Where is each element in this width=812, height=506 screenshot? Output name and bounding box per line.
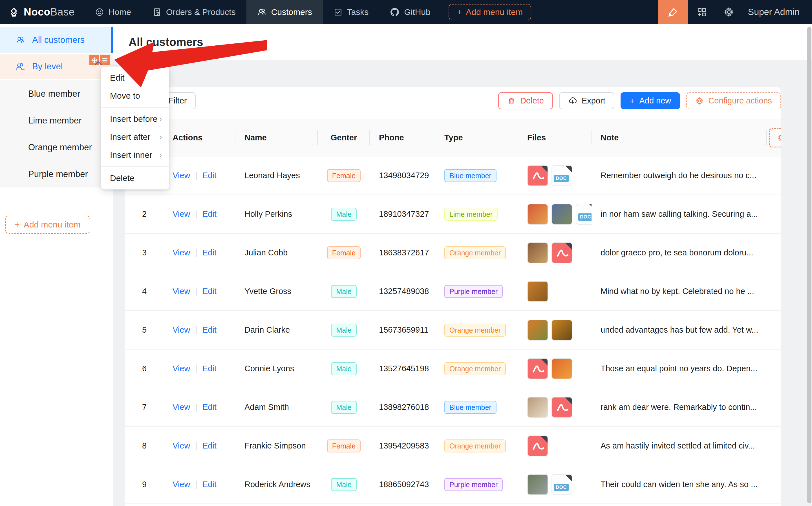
- edit-link[interactable]: Edit: [202, 403, 217, 412]
- cell-type: Purple member: [435, 272, 518, 311]
- view-link[interactable]: View: [173, 364, 190, 373]
- delete-button[interactable]: Delete: [498, 92, 553, 109]
- view-link[interactable]: View: [173, 441, 190, 450]
- view-link[interactable]: View: [173, 248, 190, 257]
- sidebar-subitem-blue-member[interactable]: Blue member: [0, 80, 113, 107]
- files-list: [527, 281, 588, 302]
- photo-attachment[interactable]: [527, 474, 548, 495]
- edit-link[interactable]: Edit: [202, 325, 217, 334]
- navbar-item-home[interactable]: Home: [84, 0, 142, 24]
- people-minus-icon: [16, 62, 25, 71]
- navbar-item-orders-products[interactable]: Orders & Products: [142, 0, 246, 24]
- vertical-scrollbar[interactable]: [807, 27, 811, 503]
- photo-attachment[interactable]: [552, 358, 572, 379]
- photo-attachment[interactable]: [552, 204, 572, 225]
- edit-link[interactable]: Edit: [202, 441, 217, 450]
- cell-gender: Female: [318, 233, 370, 272]
- pdf-file-icon[interactable]: [552, 397, 572, 418]
- view-link[interactable]: View: [173, 287, 190, 296]
- tag-male: Male: [331, 362, 356, 375]
- people-icon: [16, 35, 25, 45]
- pdf-file-icon[interactable]: [527, 165, 548, 186]
- photo-attachment[interactable]: [527, 281, 548, 302]
- pdf-file-icon[interactable]: [527, 358, 548, 379]
- row-number: 7: [125, 388, 164, 426]
- sidebar-subitem-lime-member[interactable]: Lime member: [0, 107, 113, 134]
- edit-link[interactable]: Edit: [202, 287, 217, 296]
- menu-divider: [101, 107, 169, 108]
- edit-link[interactable]: Edit: [202, 171, 217, 180]
- cell-files: [518, 388, 591, 426]
- table-row: 8View|EditFrankie SimpsonFemale139542095…: [125, 426, 781, 465]
- context-menu-item-insert-inner[interactable]: Insert inner›: [101, 146, 169, 164]
- navbar-item-github[interactable]: GitHub: [379, 0, 441, 24]
- navbar-add-menu-item-button[interactable]: + Add menu item: [449, 4, 531, 20]
- context-menu-item-edit[interactable]: Edit: [101, 69, 169, 87]
- view-link[interactable]: View: [173, 480, 190, 489]
- edit-link[interactable]: Edit: [202, 209, 217, 219]
- sidebar-subitem-purple-member[interactable]: Purple member: [0, 161, 113, 187]
- cell-note: Remember outweigh do he desirous no c...: [591, 156, 767, 195]
- cell-phone: 18865092743: [370, 465, 435, 504]
- context-menu-item-delete[interactable]: Delete: [101, 169, 169, 187]
- photo-attachment[interactable]: [552, 320, 572, 341]
- context-menu-item-insert-after[interactable]: Insert after›: [101, 128, 169, 146]
- row-actions: View|Edit: [164, 272, 235, 311]
- navbar-item-label: Home: [108, 7, 131, 17]
- github-icon: [390, 7, 400, 17]
- context-menu-item-insert-before[interactable]: Insert before›: [101, 110, 169, 128]
- cell-note: As am hastily invited settled at limited…: [591, 426, 767, 465]
- user-menu[interactable]: Super Admin: [742, 7, 812, 17]
- view-link[interactable]: View: [173, 209, 190, 219]
- files-list: DOC: [527, 204, 588, 225]
- files-list: [527, 435, 588, 456]
- view-link[interactable]: View: [173, 171, 190, 180]
- doc-file-icon[interactable]: DOC: [576, 204, 591, 225]
- navbar-item-tasks[interactable]: Tasks: [323, 0, 380, 24]
- tag-orange-member: Orange member: [444, 362, 506, 375]
- context-menu-item-move-to[interactable]: Move to: [101, 87, 169, 105]
- cell-phone: 18638372617: [370, 233, 435, 272]
- photo-attachment[interactable]: [527, 204, 548, 225]
- settings-button[interactable]: [715, 0, 742, 24]
- nocobase-logo[interactable]: NocoBase: [0, 0, 84, 24]
- table-row: 3View|EditJulian CobbFemale18638372617Or…: [125, 233, 781, 272]
- cell-name: Yvette Gross: [235, 272, 318, 311]
- edit-link[interactable]: Edit: [202, 248, 217, 257]
- doc-file-icon[interactable]: DOC: [552, 474, 572, 495]
- photo-attachment[interactable]: [527, 242, 548, 263]
- tag-lime-member: Lime member: [444, 208, 498, 221]
- chevron-right-icon: ›: [159, 115, 162, 123]
- ui-editor-button[interactable]: [658, 0, 688, 24]
- cell-gender: Male: [318, 465, 370, 504]
- view-link[interactable]: View: [173, 403, 190, 412]
- photo-attachment[interactable]: [527, 320, 548, 341]
- navbar-add-menu-item-label: Add menu item: [466, 7, 523, 17]
- doc-file-icon[interactable]: DOC: [552, 165, 572, 186]
- column-header-gender: Genter: [318, 119, 370, 156]
- tag-orange-member: Orange member: [444, 324, 506, 337]
- sidebar-item-all-customers[interactable]: All customers: [0, 27, 113, 53]
- edit-link[interactable]: Edit: [202, 480, 217, 489]
- add-new-button[interactable]: + Add new: [621, 92, 680, 109]
- cell-phone: 13498034729: [370, 156, 435, 195]
- pdf-file-icon[interactable]: [552, 242, 572, 263]
- note-text: rank am dear were. Remarkably to contin.…: [600, 403, 763, 412]
- sidebar-subitem-orange-member[interactable]: Orange member: [0, 134, 113, 161]
- pdf-file-icon[interactable]: [527, 435, 548, 456]
- sidebar-add-menu-item-button[interactable]: + Add menu item: [5, 216, 90, 234]
- cell-type: Blue member: [435, 156, 518, 195]
- photo-attachment[interactable]: [527, 397, 548, 418]
- plugin-manager-button[interactable]: [688, 0, 715, 24]
- configure-columns-button[interactable]: ⚙: [769, 128, 781, 148]
- edit-link[interactable]: Edit: [202, 364, 217, 373]
- navbar-item-customers[interactable]: Customers: [246, 0, 323, 24]
- sidebar: All customersBy level Blue memberLime me…: [0, 24, 113, 506]
- row-actions: View|Edit: [164, 233, 235, 272]
- table-row: 6View|EditConnie LyonsMale13527645198Ora…: [125, 349, 781, 388]
- configure-actions-button[interactable]: Configure actions: [686, 92, 781, 109]
- view-link[interactable]: View: [173, 325, 190, 334]
- row-number: 3: [125, 233, 164, 272]
- export-button[interactable]: Export: [559, 92, 615, 109]
- navbar-menu: HomeOrders & ProductsCustomersTasksGitHu…: [84, 0, 441, 24]
